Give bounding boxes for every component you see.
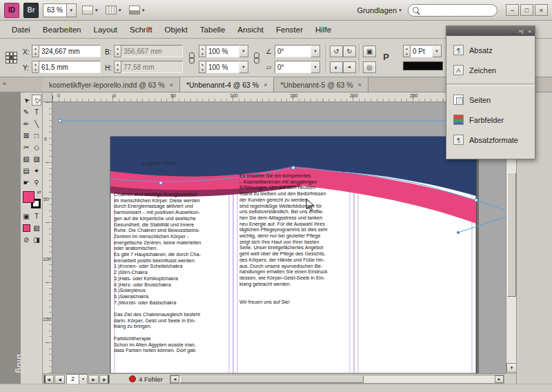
- x-value[interactable]: 324,667 mm: [39, 45, 101, 57]
- rotation-value[interactable]: 0°: [275, 45, 311, 57]
- collapse-dock-icon[interactable]: «: [3, 80, 6, 87]
- y-value[interactable]: 61,5 mm: [39, 61, 101, 73]
- shear-field[interactable]: 0° ▼: [275, 61, 320, 73]
- close-button[interactable]: ×: [535, 4, 548, 16]
- expand-panels-icon[interactable]: »|: [519, 28, 524, 35]
- chevron-down-icon[interactable]: ▼: [66, 4, 76, 17]
- menu-hilfe[interactable]: Hilfe: [309, 23, 337, 37]
- menu-fenster[interactable]: Fenster: [270, 23, 309, 37]
- height-value[interactable]: 77,58 mm: [121, 61, 183, 73]
- bridge-icon[interactable]: Br: [23, 3, 39, 18]
- arrange-documents-button[interactable]: ▼: [128, 6, 147, 14]
- tab-unbenannt-4[interactable]: *Unbenannt-4 @ 63 % ×: [180, 77, 275, 92]
- scroll-right-button[interactable]: ▶: [495, 375, 504, 383]
- panel-item-farbfelder[interactable]: Farbfelder: [446, 110, 535, 130]
- apply-none-button[interactable]: ⊘: [21, 234, 31, 245]
- select-content-button[interactable]: ◎: [363, 61, 376, 73]
- constrain-scale-icon[interactable]: [253, 52, 259, 63]
- free-transform-tool[interactable]: ◇: [32, 141, 41, 153]
- scale-x-field[interactable]: ▲▼ 100 % ▼: [199, 45, 248, 57]
- panel-item-absatzformate[interactable]: ¶ Absatzformate: [446, 130, 535, 150]
- chevron-down-icon[interactable]: ▼: [239, 61, 248, 73]
- width-value[interactable]: 356,667 mm: [121, 45, 183, 57]
- y-field[interactable]: ▲▼ 61,5 mm: [32, 61, 101, 73]
- reference-point-proxy[interactable]: [6, 52, 17, 63]
- document-canvas[interactable]: ausgleich ? Reiki Chakren sind wichtige …: [52, 102, 506, 373]
- close-icon[interactable]: ×: [264, 81, 267, 88]
- menu-objekt[interactable]: Objekt: [159, 23, 194, 37]
- hand-tool[interactable]: ☛: [21, 177, 31, 188]
- horizontal-scroll-thumb[interactable]: [180, 375, 364, 383]
- direct-selection-tool[interactable]: ▷: [32, 95, 41, 106]
- frame-tool[interactable]: ⊠: [21, 130, 31, 141]
- rotate-ccw-button[interactable]: ↺: [330, 46, 343, 57]
- vertical-ruler[interactable]: 0 50 100 150: [43, 102, 52, 373]
- apply-color-button[interactable]: [21, 222, 31, 233]
- menu-schrift[interactable]: Schrift: [124, 23, 159, 37]
- vertical-scroll-thumb[interactable]: [507, 173, 516, 297]
- scale-y-value[interactable]: 100 %: [206, 61, 239, 73]
- minimize-button[interactable]: –: [506, 4, 519, 16]
- chevron-down-icon[interactable]: ▼: [311, 45, 320, 57]
- menu-tabelle[interactable]: Tabelle: [194, 23, 231, 37]
- stroke-style-preview[interactable]: [403, 61, 443, 70]
- close-icon[interactable]: ×: [358, 81, 362, 88]
- menu-layout[interactable]: Layout: [87, 23, 124, 37]
- menu-bearbeiten[interactable]: Bearbeiten: [37, 23, 88, 37]
- p-button[interactable]: P: [379, 51, 393, 63]
- ruler-origin-corner[interactable]: [43, 92, 52, 102]
- rotation-field[interactable]: 0° ▼: [275, 45, 320, 57]
- menu-ansicht[interactable]: Ansicht: [231, 23, 270, 37]
- zoom-level-combo[interactable]: 63 % ▼: [43, 3, 77, 17]
- previous-page-button[interactable]: ◀: [55, 375, 65, 384]
- maximize-button[interactable]: □: [520, 4, 533, 16]
- page-number-combo[interactable]: 2 ▼: [66, 374, 88, 384]
- type-tool[interactable]: T: [32, 106, 41, 117]
- rotate-cw-button[interactable]: ↻: [343, 46, 356, 57]
- width-field[interactable]: ▲▼ 356,667 mm: [114, 45, 183, 57]
- scale-y-field[interactable]: ▲▼ 100 % ▼: [199, 61, 248, 73]
- constrain-dimensions-icon[interactable]: [188, 52, 195, 63]
- scroll-left-button[interactable]: ◀: [170, 375, 179, 383]
- search-input[interactable]: [422, 6, 480, 14]
- swap-fill-stroke-icon[interactable]: ⇄: [37, 190, 41, 195]
- panel-item-absatz[interactable]: ¶ Absatz: [446, 40, 535, 60]
- horizontal-ruler[interactable]: 0 0 50 100 150 200 250: [52, 92, 506, 102]
- selection-tool[interactable]: ➤: [21, 95, 31, 106]
- view-mode-button[interactable]: ◨: [32, 234, 41, 245]
- menu-datei[interactable]: Datei: [6, 23, 37, 37]
- height-field[interactable]: ▲▼ 77,58 mm: [114, 61, 183, 73]
- note-tool[interactable]: ▤: [21, 165, 31, 176]
- flip-horizontal-button[interactable]: ◐: [330, 61, 343, 73]
- gradient-tool[interactable]: ▧: [21, 153, 31, 164]
- formatting-affects-container-button[interactable]: ▣: [21, 210, 31, 222]
- apply-gradient-button[interactable]: ▧: [32, 222, 41, 233]
- line-tool[interactable]: ╲: [32, 118, 41, 129]
- close-icon[interactable]: ×: [170, 81, 173, 88]
- fill-swatch[interactable]: [23, 191, 34, 203]
- scale-x-value[interactable]: 100 %: [206, 45, 239, 57]
- formatting-affects-text-button[interactable]: T: [32, 210, 41, 222]
- pen-tool[interactable]: ✎: [21, 106, 31, 117]
- shear-value[interactable]: 0°: [275, 61, 311, 73]
- scroll-down-button[interactable]: ▼: [506, 363, 517, 373]
- panel-item-zeichen[interactable]: A Zeichen: [446, 60, 535, 80]
- close-icon[interactable]: ×: [528, 28, 531, 35]
- chevron-down-icon[interactable]: ▼: [79, 375, 87, 384]
- search-box[interactable]: [408, 4, 497, 17]
- x-field[interactable]: ▲▼ 324,667 mm: [32, 45, 101, 57]
- scissors-tool[interactable]: ✂: [21, 141, 31, 153]
- chevron-down-icon[interactable]: ▼: [433, 45, 442, 57]
- zoom-tool[interactable]: ⚲: [32, 177, 41, 188]
- select-container-button[interactable]: ▣: [363, 46, 376, 57]
- fill-stroke-swatches[interactable]: ⇄: [23, 191, 41, 208]
- pencil-tool[interactable]: ✏: [21, 118, 31, 129]
- horizontal-scrollbar[interactable]: ◀ ▶: [170, 375, 504, 384]
- next-page-button[interactable]: ▶: [88, 375, 99, 384]
- tab-unbenannt-5[interactable]: *Unbenannt-5 @ 63 % ×: [274, 77, 368, 92]
- first-page-button[interactable]: ◀: [43, 375, 54, 384]
- last-page-button[interactable]: ▶: [99, 375, 110, 384]
- flip-vertical-button[interactable]: ◓: [343, 61, 356, 73]
- chevron-down-icon[interactable]: ▼: [311, 61, 320, 73]
- panel-item-seiten[interactable]: Seiten: [446, 90, 535, 110]
